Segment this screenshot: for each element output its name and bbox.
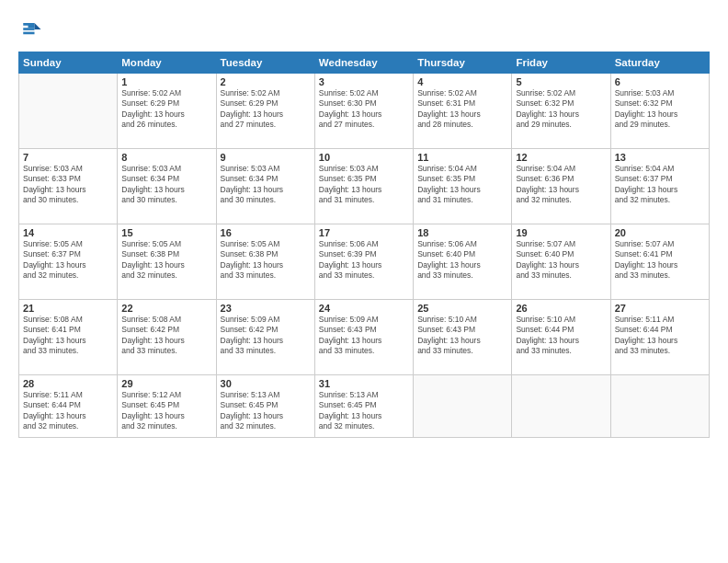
day-number: 21 bbox=[23, 303, 113, 314]
header bbox=[18, 17, 710, 42]
day-info: Sunrise: 5:04 AMSunset: 6:35 PMDaylight:… bbox=[417, 164, 507, 206]
calendar-week-row: 1Sunrise: 5:02 AMSunset: 6:29 PMDaylight… bbox=[19, 74, 710, 149]
calendar-table: SundayMondayTuesdayWednesdayThursdayFrid… bbox=[18, 52, 710, 438]
calendar-cell bbox=[414, 375, 512, 438]
calendar-week-row: 14Sunrise: 5:05 AMSunset: 6:37 PMDayligh… bbox=[19, 224, 710, 300]
day-number: 23 bbox=[221, 303, 311, 314]
day-number: 14 bbox=[23, 227, 113, 238]
day-number: 27 bbox=[615, 303, 705, 314]
calendar-cell: 8Sunrise: 5:03 AMSunset: 6:34 PMDaylight… bbox=[118, 149, 216, 224]
day-info: Sunrise: 5:06 AMSunset: 6:40 PMDaylight:… bbox=[417, 239, 507, 282]
day-info: Sunrise: 5:02 AMSunset: 6:32 PMDaylight:… bbox=[516, 88, 606, 131]
day-number: 19 bbox=[516, 227, 606, 238]
day-info: Sunrise: 5:11 AMSunset: 6:44 PMDaylight:… bbox=[615, 315, 705, 357]
weekday-header-monday: Monday bbox=[118, 52, 216, 74]
day-number: 26 bbox=[516, 303, 606, 314]
day-info: Sunrise: 5:12 AMSunset: 6:45 PMDaylight:… bbox=[121, 390, 211, 432]
day-info: Sunrise: 5:08 AMSunset: 6:42 PMDaylight:… bbox=[121, 315, 211, 357]
calendar-cell: 23Sunrise: 5:09 AMSunset: 6:42 PMDayligh… bbox=[216, 300, 314, 375]
day-info: Sunrise: 5:11 AMSunset: 6:44 PMDaylight:… bbox=[23, 390, 113, 432]
calendar-cell: 6Sunrise: 5:03 AMSunset: 6:32 PMDaylight… bbox=[610, 74, 709, 149]
day-info: Sunrise: 5:02 AMSunset: 6:30 PMDaylight:… bbox=[319, 88, 409, 131]
calendar-cell: 2Sunrise: 5:02 AMSunset: 6:29 PMDaylight… bbox=[216, 74, 314, 149]
calendar-cell bbox=[512, 375, 610, 438]
calendar-cell: 29Sunrise: 5:12 AMSunset: 6:45 PMDayligh… bbox=[118, 375, 216, 438]
calendar-cell: 26Sunrise: 5:10 AMSunset: 6:44 PMDayligh… bbox=[512, 300, 610, 375]
calendar-cell: 27Sunrise: 5:11 AMSunset: 6:44 PMDayligh… bbox=[610, 300, 709, 375]
day-number: 22 bbox=[121, 303, 211, 314]
day-info: Sunrise: 5:03 AMSunset: 6:34 PMDaylight:… bbox=[221, 164, 311, 206]
calendar-cell: 21Sunrise: 5:08 AMSunset: 6:41 PMDayligh… bbox=[19, 300, 118, 375]
calendar-cell: 31Sunrise: 5:13 AMSunset: 6:45 PMDayligh… bbox=[314, 375, 413, 438]
calendar-cell: 25Sunrise: 5:10 AMSunset: 6:43 PMDayligh… bbox=[414, 300, 512, 375]
day-info: Sunrise: 5:04 AMSunset: 6:36 PMDaylight:… bbox=[516, 164, 606, 206]
calendar-cell: 18Sunrise: 5:06 AMSunset: 6:40 PMDayligh… bbox=[414, 224, 512, 300]
day-number: 30 bbox=[221, 378, 311, 389]
calendar-cell: 12Sunrise: 5:04 AMSunset: 6:36 PMDayligh… bbox=[512, 149, 610, 224]
calendar-week-row: 28Sunrise: 5:11 AMSunset: 6:44 PMDayligh… bbox=[19, 375, 710, 438]
calendar-cell: 9Sunrise: 5:03 AMSunset: 6:34 PMDaylight… bbox=[216, 149, 314, 224]
day-info: Sunrise: 5:05 AMSunset: 6:37 PMDaylight:… bbox=[23, 239, 113, 282]
day-number: 31 bbox=[319, 378, 409, 389]
day-number: 13 bbox=[615, 152, 705, 163]
calendar-cell bbox=[19, 74, 118, 149]
day-number: 15 bbox=[121, 227, 211, 238]
weekday-header-row: SundayMondayTuesdayWednesdayThursdayFrid… bbox=[19, 52, 710, 74]
day-info: Sunrise: 5:13 AMSunset: 6:45 PMDaylight:… bbox=[221, 390, 311, 432]
day-number: 20 bbox=[615, 227, 705, 238]
day-number: 18 bbox=[417, 227, 507, 238]
calendar-cell: 1Sunrise: 5:02 AMSunset: 6:29 PMDaylight… bbox=[118, 74, 216, 149]
calendar-week-row: 21Sunrise: 5:08 AMSunset: 6:41 PMDayligh… bbox=[19, 300, 710, 375]
day-info: Sunrise: 5:03 AMSunset: 6:34 PMDaylight:… bbox=[121, 164, 211, 206]
day-info: Sunrise: 5:05 AMSunset: 6:38 PMDaylight:… bbox=[121, 239, 211, 282]
day-info: Sunrise: 5:05 AMSunset: 6:38 PMDaylight:… bbox=[221, 239, 311, 282]
day-info: Sunrise: 5:07 AMSunset: 6:40 PMDaylight:… bbox=[516, 239, 606, 282]
calendar-cell: 19Sunrise: 5:07 AMSunset: 6:40 PMDayligh… bbox=[512, 224, 610, 300]
weekday-header-saturday: Saturday bbox=[610, 52, 709, 74]
logo bbox=[18, 17, 48, 42]
day-number: 3 bbox=[319, 76, 409, 87]
day-number: 1 bbox=[121, 76, 211, 87]
day-number: 17 bbox=[319, 227, 409, 238]
day-number: 8 bbox=[121, 152, 211, 163]
day-number: 24 bbox=[319, 303, 409, 314]
day-number: 9 bbox=[221, 152, 311, 163]
page: SundayMondayTuesdayWednesdayThursdayFrid… bbox=[0, 0, 728, 563]
logo-icon bbox=[18, 17, 44, 42]
calendar-cell: 13Sunrise: 5:04 AMSunset: 6:37 PMDayligh… bbox=[610, 149, 709, 224]
day-number: 29 bbox=[121, 378, 211, 389]
calendar-cell: 5Sunrise: 5:02 AMSunset: 6:32 PMDaylight… bbox=[512, 74, 610, 149]
calendar-cell: 16Sunrise: 5:05 AMSunset: 6:38 PMDayligh… bbox=[216, 224, 314, 300]
day-number: 6 bbox=[615, 76, 705, 87]
day-info: Sunrise: 5:03 AMSunset: 6:33 PMDaylight:… bbox=[23, 164, 113, 206]
day-info: Sunrise: 5:04 AMSunset: 6:37 PMDaylight:… bbox=[615, 164, 705, 206]
weekday-header-wednesday: Wednesday bbox=[314, 52, 413, 74]
day-number: 16 bbox=[221, 227, 311, 238]
day-number: 10 bbox=[319, 152, 409, 163]
calendar-cell bbox=[610, 375, 709, 438]
day-info: Sunrise: 5:08 AMSunset: 6:41 PMDaylight:… bbox=[23, 315, 113, 357]
calendar-cell: 11Sunrise: 5:04 AMSunset: 6:35 PMDayligh… bbox=[414, 149, 512, 224]
day-info: Sunrise: 5:10 AMSunset: 6:43 PMDaylight:… bbox=[417, 315, 507, 357]
calendar-cell: 14Sunrise: 5:05 AMSunset: 6:37 PMDayligh… bbox=[19, 224, 118, 300]
day-info: Sunrise: 5:03 AMSunset: 6:32 PMDaylight:… bbox=[615, 88, 705, 131]
calendar-cell: 7Sunrise: 5:03 AMSunset: 6:33 PMDaylight… bbox=[19, 149, 118, 224]
day-number: 12 bbox=[516, 152, 606, 163]
day-info: Sunrise: 5:10 AMSunset: 6:44 PMDaylight:… bbox=[516, 315, 606, 357]
calendar-cell: 4Sunrise: 5:02 AMSunset: 6:31 PMDaylight… bbox=[414, 74, 512, 149]
day-number: 4 bbox=[417, 76, 507, 87]
day-number: 5 bbox=[516, 76, 606, 87]
day-info: Sunrise: 5:02 AMSunset: 6:29 PMDaylight:… bbox=[121, 88, 211, 131]
day-info: Sunrise: 5:06 AMSunset: 6:39 PMDaylight:… bbox=[319, 239, 409, 282]
day-number: 28 bbox=[23, 378, 113, 389]
weekday-header-tuesday: Tuesday bbox=[216, 52, 314, 74]
weekday-header-friday: Friday bbox=[512, 52, 610, 74]
calendar-cell: 30Sunrise: 5:13 AMSunset: 6:45 PMDayligh… bbox=[216, 375, 314, 438]
day-number: 11 bbox=[417, 152, 507, 163]
calendar-cell: 28Sunrise: 5:11 AMSunset: 6:44 PMDayligh… bbox=[19, 375, 118, 438]
svg-rect-0 bbox=[23, 28, 34, 30]
day-info: Sunrise: 5:02 AMSunset: 6:29 PMDaylight:… bbox=[221, 88, 311, 131]
day-info: Sunrise: 5:09 AMSunset: 6:43 PMDaylight:… bbox=[319, 315, 409, 357]
day-info: Sunrise: 5:03 AMSunset: 6:35 PMDaylight:… bbox=[319, 164, 409, 206]
weekday-header-sunday: Sunday bbox=[19, 52, 118, 74]
